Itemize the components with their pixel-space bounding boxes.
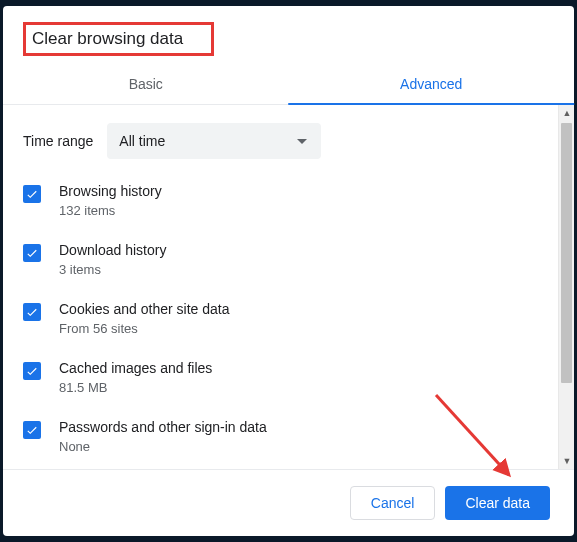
item-sub: From 56 sites xyxy=(59,321,229,336)
scroll-up-icon[interactable]: ▲ xyxy=(559,105,574,121)
clear-data-button[interactable]: Clear data xyxy=(445,486,550,520)
item-sub: None xyxy=(59,439,267,454)
time-range-select[interactable]: All time xyxy=(107,123,321,159)
list-item: Cached images and files 81.5 MB xyxy=(23,360,554,395)
tab-advanced[interactable]: Advanced xyxy=(289,66,575,104)
list-item: Cookies and other site data From 56 site… xyxy=(23,301,554,336)
title-bar: Clear browsing data xyxy=(3,6,574,66)
check-icon xyxy=(25,423,39,437)
dialog-title: Clear browsing data xyxy=(32,29,183,49)
chevron-down-icon xyxy=(297,139,307,144)
item-sub: 3 items xyxy=(59,262,166,277)
time-range-row: Time range All time xyxy=(23,123,554,159)
item-text: Browsing history 132 items xyxy=(59,183,162,218)
check-icon xyxy=(25,364,39,378)
scrollbar[interactable]: ▲ ▼ xyxy=(558,105,574,469)
check-icon xyxy=(25,246,39,260)
footer: Cancel Clear data xyxy=(3,469,574,536)
checkbox-download-history[interactable] xyxy=(23,244,41,262)
cancel-button[interactable]: Cancel xyxy=(350,486,436,520)
item-title: Cached images and files xyxy=(59,360,212,376)
item-title: Download history xyxy=(59,242,166,258)
time-range-value: All time xyxy=(119,133,165,149)
list-item: Download history 3 items xyxy=(23,242,554,277)
check-icon xyxy=(25,187,39,201)
item-text: Download history 3 items xyxy=(59,242,166,277)
time-range-label: Time range xyxy=(23,133,93,149)
dialog: Clear browsing data Basic Advanced Time … xyxy=(3,6,574,536)
list-item: Browsing history 132 items xyxy=(23,183,554,218)
checkbox-passwords[interactable] xyxy=(23,421,41,439)
check-icon xyxy=(25,305,39,319)
item-title: Passwords and other sign-in data xyxy=(59,419,267,435)
scrollbar-thumb[interactable] xyxy=(561,123,572,383)
tabs: Basic Advanced xyxy=(3,66,574,105)
item-title: Cookies and other site data xyxy=(59,301,229,317)
checkbox-cache[interactable] xyxy=(23,362,41,380)
title-highlight-box: Clear browsing data xyxy=(23,22,214,56)
checkbox-cookies[interactable] xyxy=(23,303,41,321)
data-items-list: Browsing history 132 items Download hist… xyxy=(23,183,554,469)
item-sub: 81.5 MB xyxy=(59,380,212,395)
item-sub: 132 items xyxy=(59,203,162,218)
list-item: Passwords and other sign-in data None xyxy=(23,419,554,454)
scroll-down-icon[interactable]: ▼ xyxy=(559,453,574,469)
content-area: Time range All time Browsing history 132… xyxy=(3,105,574,469)
checkbox-browsing-history[interactable] xyxy=(23,185,41,203)
item-title: Browsing history xyxy=(59,183,162,199)
tab-basic[interactable]: Basic xyxy=(3,66,289,104)
item-text: Cached images and files 81.5 MB xyxy=(59,360,212,395)
scroll-content: Time range All time Browsing history 132… xyxy=(3,105,574,469)
item-text: Cookies and other site data From 56 site… xyxy=(59,301,229,336)
item-text: Passwords and other sign-in data None xyxy=(59,419,267,454)
